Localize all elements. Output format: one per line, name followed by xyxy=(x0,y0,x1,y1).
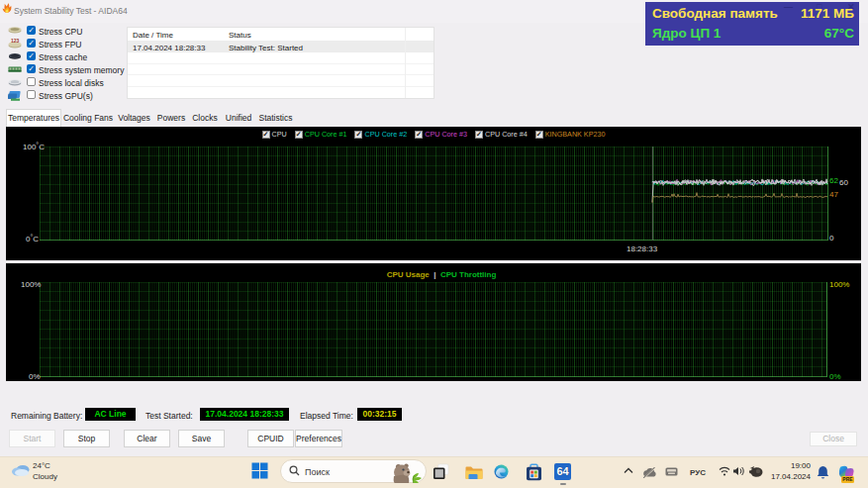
svg-text:123: 123 xyxy=(11,38,20,44)
